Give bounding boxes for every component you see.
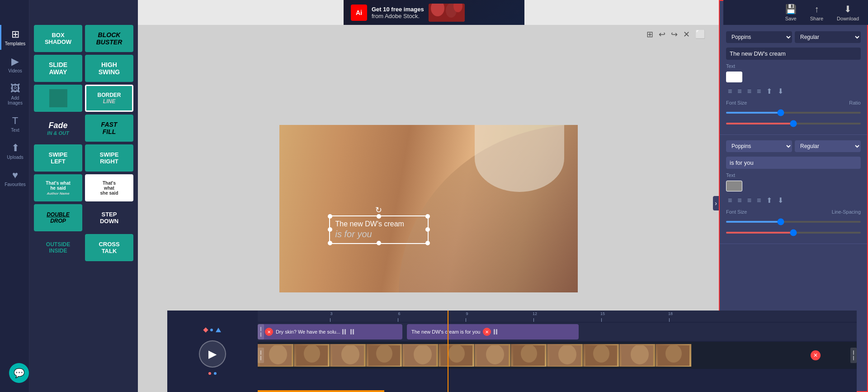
- resize-handle-tl[interactable]: [328, 214, 332, 219]
- video-thumb-5: [402, 344, 439, 367]
- canvas-frame: ↻ The new DW's cream is for you: [279, 125, 578, 292]
- resize-handle-mr[interactable]: [425, 227, 430, 232]
- canvas-text-line1: The new DW's cream: [335, 220, 422, 228]
- font-style-select-2[interactable]: Regular: [795, 140, 861, 152]
- template-fast-fill[interactable]: FASTFILL: [85, 115, 133, 142]
- font-family-select-2[interactable]: Poppins: [726, 140, 792, 152]
- resize-handle-br[interactable]: [425, 241, 430, 245]
- resize-handle-tr[interactable]: [425, 214, 430, 219]
- template-fade-in-out[interactable]: Fade IN & OUT: [34, 115, 82, 142]
- video-track-handle[interactable]: [258, 348, 264, 363]
- share-button[interactable]: ↑ Share: [810, 4, 823, 21]
- template-step-down[interactable]: STEPDOWN: [85, 204, 133, 231]
- template-thats-what-she[interactable]: That'swhatshe said: [85, 174, 133, 201]
- clip-2-delete-button[interactable]: ✕: [483, 328, 491, 336]
- chat-button[interactable]: 💬: [9, 363, 29, 383]
- download-button[interactable]: ⬇ Download: [837, 4, 859, 21]
- template-box-shadow[interactable]: BOX SHADOW: [34, 25, 82, 52]
- template-outside-inside[interactable]: OUTSIDEINSIDE: [34, 234, 82, 261]
- clip-2-handle[interactable]: [494, 329, 497, 335]
- track-start-handle[interactable]: [258, 324, 264, 339]
- ruler-mark-6: 6: [398, 311, 400, 316]
- ruler-mark-9: 9: [466, 311, 468, 316]
- timeline-playhead[interactable]: [448, 311, 448, 392]
- text-label-1: Text: [726, 63, 861, 69]
- text-content-input-1[interactable]: [726, 48, 861, 60]
- sidebar-item-add-images[interactable]: 🖼 Add Images: [0, 79, 29, 109]
- template-swipe-right[interactable]: SWIPERIGHT: [85, 144, 133, 172]
- ratio-label-1: Ratio: [849, 100, 861, 105]
- timeline-clip-1[interactable]: ✕ Dry skin? We have the solu...: [258, 324, 402, 339]
- resize-handle-tm[interactable]: [377, 214, 381, 219]
- resize-handle-bl[interactable]: [328, 241, 332, 245]
- svg-point-25: [631, 345, 649, 364]
- rotate-handle[interactable]: ↻: [375, 205, 382, 215]
- align-right-btn-1[interactable]: ≡: [745, 86, 753, 96]
- valign-bottom-btn-1[interactable]: ⬇: [776, 86, 785, 96]
- top-toolbar: 💾 Save ↑ Share ⬇ Download: [723, 0, 868, 25]
- left-sidebar: ⊞ Templates ▶ Videos 🖼 Add Images T Text…: [0, 0, 29, 392]
- font-size-label-2: Font Size: [726, 209, 747, 215]
- grid-view-button[interactable]: ⊞: [646, 29, 653, 39]
- ad-banner: Ai Get 10 free images from Adobe Stock.: [344, 0, 524, 25]
- redo-button[interactable]: ↪: [671, 29, 678, 39]
- progress-bar: [258, 390, 384, 392]
- text-color-swatch-2[interactable]: [726, 181, 742, 191]
- fullscreen-button[interactable]: ⬜: [695, 29, 705, 39]
- canvas-text-line2: is for you: [335, 229, 422, 239]
- valign-top-btn-2[interactable]: ⬆: [764, 195, 774, 206]
- sidebar-item-uploads[interactable]: ⬆ Uploads: [0, 139, 29, 163]
- valign-top-btn-1[interactable]: ⬆: [764, 86, 774, 96]
- align-center-btn-2[interactable]: ≡: [736, 196, 743, 206]
- align-left-btn-1[interactable]: ≡: [726, 86, 734, 96]
- font-size-slider-2[interactable]: [726, 221, 861, 223]
- align-center-btn-1[interactable]: ≡: [736, 86, 743, 96]
- resize-handle-ml[interactable]: [328, 227, 332, 232]
- template-border-line[interactable]: BORDERLINE: [85, 85, 133, 112]
- align-right-btn-2[interactable]: ≡: [745, 196, 753, 206]
- video-delete-button[interactable]: ✕: [811, 350, 821, 360]
- text-icon: T: [12, 115, 18, 127]
- sidebar-item-videos[interactable]: ▶ Videos: [0, 52, 29, 77]
- template-swipe-left[interactable]: SWIPELEFT: [34, 144, 82, 172]
- text-element[interactable]: ↻ The new DW's cream is for you: [329, 215, 429, 244]
- font-style-select-1[interactable]: Regular: [795, 31, 861, 43]
- align-left-btn-2[interactable]: ≡: [726, 196, 734, 206]
- text-color-swatch-1[interactable]: [726, 72, 742, 82]
- close-canvas-button[interactable]: ✕: [683, 29, 690, 39]
- ratio-slider-1[interactable]: [726, 123, 861, 124]
- dot-decoration2: [208, 372, 211, 375]
- template-color-block[interactable]: [34, 85, 82, 112]
- resize-handle-bm[interactable]: [377, 241, 381, 245]
- template-block-buster[interactable]: BLOCKBUSTER: [85, 25, 133, 52]
- timeline-clip-2[interactable]: The new DW's cream is for you ✕: [407, 324, 579, 339]
- sidebar-item-templates[interactable]: ⊞ Templates: [0, 25, 29, 50]
- text-content-input-2[interactable]: [726, 157, 861, 169]
- play-button[interactable]: ▶: [199, 340, 226, 368]
- template-thats-what-he[interactable]: That's whathe said Author Name: [34, 174, 82, 201]
- clip-1-handle2[interactable]: [350, 329, 354, 335]
- template-double-drop[interactable]: DOUBLEDROP: [34, 204, 82, 231]
- clip-1-delete-button[interactable]: ✕: [265, 328, 273, 336]
- clip-1-pause-handle[interactable]: [342, 329, 346, 335]
- ad-decorative-image: [429, 4, 465, 22]
- sidebar-item-text[interactable]: T Text: [0, 111, 29, 136]
- sidebar-item-favourites[interactable]: ♥ Favourites: [0, 166, 29, 191]
- template-slide-away[interactable]: SLIDEAWAY: [34, 55, 82, 82]
- save-button[interactable]: 💾 Save: [785, 4, 797, 21]
- align-justify-btn-1[interactable]: ≡: [755, 86, 763, 96]
- valign-bottom-btn-2[interactable]: ⬇: [776, 195, 785, 206]
- ruler-mark-15: 15: [600, 311, 605, 316]
- video-track-handle-right[interactable]: [850, 348, 857, 363]
- font-family-select-1[interactable]: Poppins: [726, 31, 792, 43]
- font-size-slider-1[interactable]: [726, 112, 861, 114]
- ad-text: Get 10 free images from Adobe Stock.: [372, 6, 424, 19]
- video-thumb-4: [366, 344, 402, 367]
- template-cross-talk[interactable]: CROSSTALK: [85, 234, 133, 261]
- template-high-swing[interactable]: HIGHSWING: [85, 55, 133, 82]
- align-justify-btn-2[interactable]: ≡: [755, 196, 763, 206]
- line-spacing-slider[interactable]: [726, 232, 861, 234]
- undo-button[interactable]: ↩: [659, 29, 665, 39]
- video-thumb-8: [511, 344, 547, 367]
- video-thumb-3: [330, 344, 366, 367]
